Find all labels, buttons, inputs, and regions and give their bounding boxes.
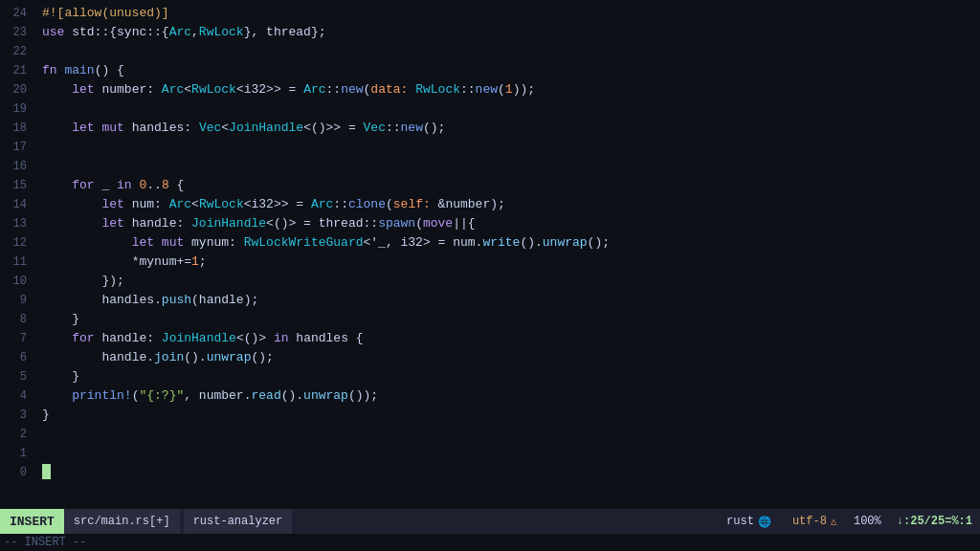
line-12: 12 let mut mynum: RwLockWriteGuard<'_, i…	[0, 233, 980, 253]
command-line: -- INSERT --	[0, 534, 980, 551]
code-editor[interactable]: 24 #![allow(unused)] 23 use std::{sync::…	[0, 0, 980, 509]
warning-icon: △	[831, 516, 836, 527]
line-8: 8 }	[0, 310, 980, 329]
line-14: 14 let num: Arc<RwLock<i32>> = Arc::clon…	[0, 195, 980, 214]
scroll-percent: 100%	[846, 515, 889, 528]
line-4: 4 println!("{:?}", number.read().unwrap(…	[0, 386, 980, 406]
globe-icon: 🌐	[758, 516, 771, 528]
file-name: src/main.rs[+]	[64, 509, 180, 534]
line-17: 17	[0, 138, 980, 157]
line-3: 3 }	[0, 406, 980, 425]
lsp-indicator: rust-analyzer	[184, 509, 293, 534]
line-19: 19	[0, 99, 980, 119]
line-9: 9 handles.push(handle);	[0, 291, 980, 310]
language-indicator: rust 🌐	[715, 515, 783, 528]
cursor-position: ↓:25/25=%:1	[889, 515, 980, 528]
mode-indicator: INSERT	[0, 509, 64, 534]
line-11: 11 *mynum+=1;	[0, 253, 980, 272]
line-6: 6 handle.join().unwrap();	[0, 348, 980, 367]
line-10: 10 });	[0, 272, 980, 291]
text-cursor	[42, 464, 51, 479]
line-23: 23 use std::{sync::{Arc,RwLock}, thread}…	[0, 23, 980, 42]
code-lines: 24 #![allow(unused)] 23 use std::{sync::…	[0, 4, 980, 482]
line-21: 21 fn main() {	[0, 61, 980, 80]
status-bar: INSERT src/main.rs[+] rust-analyzer rust…	[0, 509, 980, 534]
encoding-indicator: utf-8 △	[783, 515, 846, 528]
line-18: 18 let mut handles: Vec<JoinHandle<()>> …	[0, 119, 980, 138]
line-24: 24 #![allow(unused)]	[0, 4, 980, 23]
line-5: 5 }	[0, 367, 980, 386]
line-15: 15 for _ in 0..8 {	[0, 176, 980, 195]
line-16: 16	[0, 157, 980, 176]
line-2: 2	[0, 425, 980, 444]
line-7: 7 for handle: JoinHandle<()> in handles …	[0, 329, 980, 348]
line-20: 20 let number: Arc<RwLock<i32>> = Arc::n…	[0, 80, 980, 99]
line-0: 0	[0, 463, 980, 482]
line-22: 22	[0, 42, 980, 61]
line-13: 13 let handle: JoinHandle<()> = thread::…	[0, 214, 980, 233]
line-1: 1	[0, 444, 980, 463]
status-right: rust 🌐 utf-8 △ 100% ↓:25/25=%:1	[715, 509, 980, 534]
